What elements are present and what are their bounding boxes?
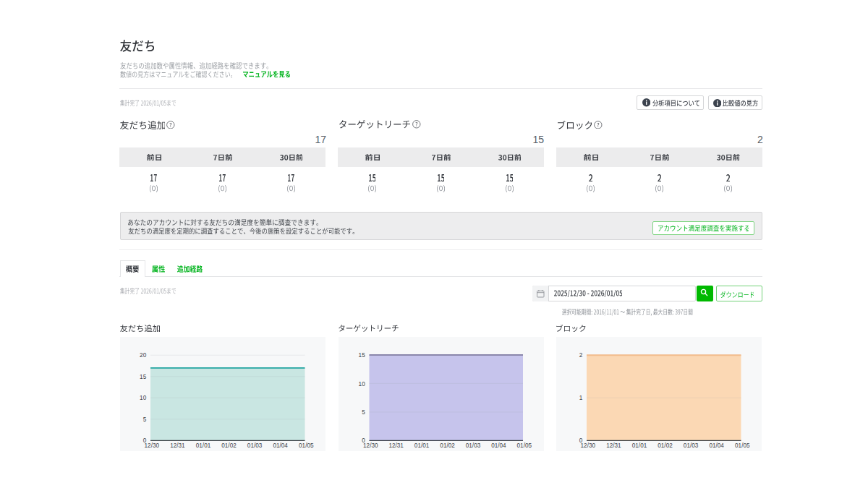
svg-text:20: 20 (140, 352, 147, 359)
svg-text:01/03: 01/03 (247, 442, 263, 449)
svg-text:12/30: 12/30 (581, 442, 596, 449)
svg-text:01/02: 01/02 (221, 442, 237, 449)
svg-text:12/31: 12/31 (170, 442, 185, 449)
svg-text:5: 5 (362, 409, 365, 416)
svg-text:15: 15 (359, 352, 366, 359)
svg-text:01/01: 01/01 (196, 442, 211, 449)
svg-text:01/02: 01/02 (440, 442, 455, 449)
svg-text:01/04: 01/04 (491, 442, 506, 449)
svg-text:10: 10 (359, 381, 366, 388)
svg-text:10: 10 (140, 395, 147, 401)
svg-text:01/03: 01/03 (466, 442, 481, 449)
svg-text:2: 2 (579, 352, 583, 359)
svg-text:12/30: 12/30 (145, 442, 160, 449)
svg-text:12/31: 12/31 (606, 442, 621, 449)
svg-text:01/04: 01/04 (709, 442, 724, 449)
svg-text:5: 5 (143, 416, 147, 423)
svg-text:12/30: 12/30 (363, 442, 378, 449)
svg-text:01/02: 01/02 (658, 442, 673, 449)
svg-text:01/05: 01/05 (517, 442, 532, 449)
svg-text:01/03: 01/03 (684, 442, 699, 449)
svg-text:01/05: 01/05 (735, 442, 750, 449)
svg-text:01/05: 01/05 (299, 442, 314, 449)
svg-text:12/31: 12/31 (388, 442, 404, 449)
svg-text:01/04: 01/04 (273, 442, 288, 449)
svg-text:01/01: 01/01 (632, 442, 647, 449)
svg-text:01/01: 01/01 (414, 442, 430, 449)
svg-text:15: 15 (140, 374, 147, 380)
svg-text:1: 1 (579, 395, 583, 401)
